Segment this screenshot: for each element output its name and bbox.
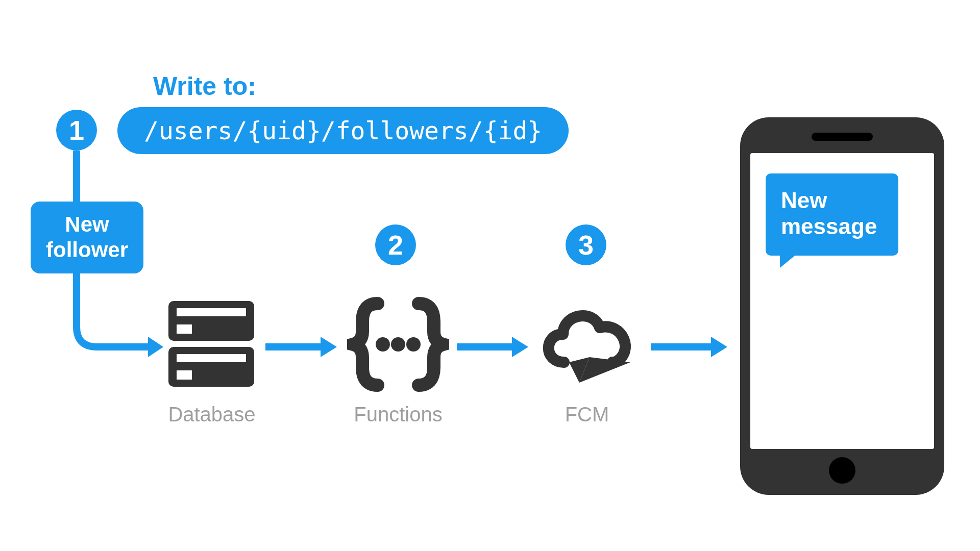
svg-marker-2 bbox=[321, 337, 337, 357]
server-unit-icon bbox=[168, 347, 254, 387]
fcm-label: FCM bbox=[544, 403, 630, 426]
step-badge-1: 1 bbox=[56, 110, 97, 151]
database-label: Database bbox=[148, 403, 276, 426]
code-path-pill: /users/{uid}/followers/{id} bbox=[117, 107, 569, 154]
database-icon bbox=[168, 301, 254, 393]
functions-label: Functions bbox=[342, 403, 454, 426]
step-badge-3: 3 bbox=[566, 224, 606, 265]
phone-home-button-icon bbox=[829, 457, 855, 484]
arrow-fcm-to-phone bbox=[651, 334, 727, 360]
arrow-follower-to-db bbox=[31, 265, 163, 362]
bubble-line2: message bbox=[781, 214, 877, 239]
follower-line2: follower bbox=[46, 238, 128, 262]
phone-screen: New message bbox=[750, 153, 934, 449]
svg-point-3 bbox=[376, 337, 390, 352]
bubble-tail-icon bbox=[780, 249, 802, 268]
arrow-functions-to-fcm bbox=[457, 334, 528, 360]
svg-point-4 bbox=[391, 337, 405, 352]
bubble-line1: New bbox=[781, 188, 827, 213]
server-unit-icon bbox=[168, 301, 254, 341]
phone-device-icon: New message bbox=[740, 117, 944, 495]
step-badge-2: 2 bbox=[375, 224, 416, 265]
svg-marker-11 bbox=[711, 337, 727, 357]
new-follower-box: New follower bbox=[31, 202, 143, 273]
svg-point-5 bbox=[406, 337, 421, 352]
write-to-label: Write to: bbox=[153, 71, 256, 101]
svg-marker-0 bbox=[148, 337, 163, 357]
message-bubble: New message bbox=[766, 173, 898, 256]
arrow-db-to-functions bbox=[265, 334, 337, 360]
follower-line1: New bbox=[65, 212, 109, 236]
phone-speaker-icon bbox=[812, 133, 873, 141]
connector-badge-to-box bbox=[73, 151, 80, 202]
fcm-cloud-icon bbox=[533, 296, 641, 393]
functions-icon bbox=[347, 293, 449, 395]
diagram-canvas: Write to: 1 /users/{uid}/followers/{id} … bbox=[0, 0, 980, 551]
svg-marker-7 bbox=[512, 337, 528, 357]
